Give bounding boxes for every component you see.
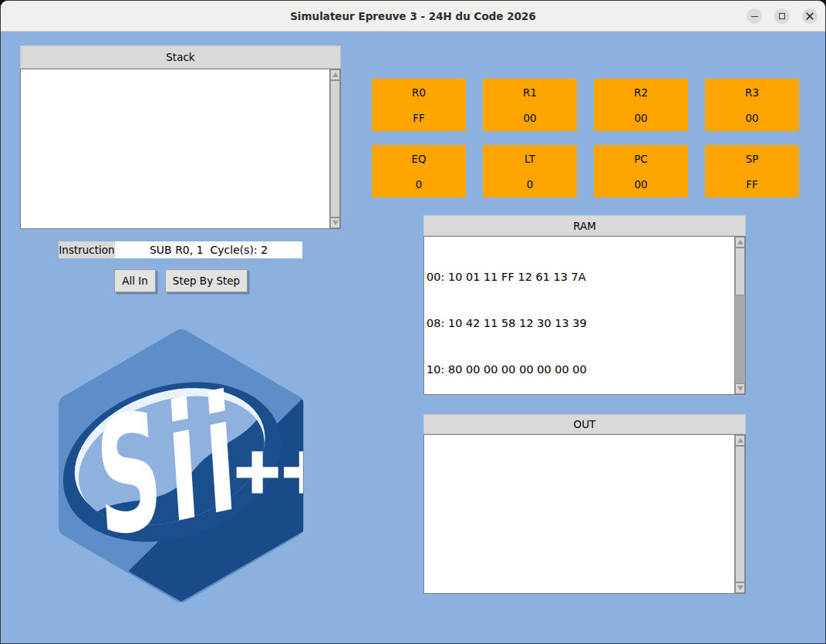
register-sp: SP FF bbox=[705, 145, 799, 197]
register-name: LT bbox=[524, 153, 535, 165]
titlebar: Simulateur Epreuve 3 - 24H du Code 2026 bbox=[1, 1, 825, 32]
arrow-up-icon bbox=[737, 438, 743, 443]
register-name: R0 bbox=[412, 86, 426, 99]
arrow-down-icon bbox=[332, 221, 339, 225]
close-button[interactable] bbox=[802, 8, 818, 24]
ram-list[interactable]: 00: 10 01 11 FF 12 61 13 7A 08: 10 42 11… bbox=[423, 236, 746, 395]
stack-panel-header: Stack bbox=[20, 46, 341, 69]
arrow-up-icon bbox=[332, 72, 339, 77]
ram-row[interactable]: 08: 10 42 11 58 12 30 13 39 bbox=[426, 315, 733, 331]
stack-scroll-thumb[interactable] bbox=[330, 80, 340, 217]
close-icon bbox=[806, 12, 814, 20]
stack-scroll-track[interactable] bbox=[330, 80, 340, 217]
maximize-button[interactable] bbox=[774, 8, 790, 24]
ram-scroll-up-button[interactable] bbox=[735, 237, 745, 248]
logo-plus-plus: ++ bbox=[232, 436, 306, 505]
stack-list[interactable] bbox=[20, 69, 341, 229]
register-r2: R2 00 bbox=[594, 79, 688, 131]
register-value: FF bbox=[413, 112, 425, 124]
ram-panel-header: RAM bbox=[423, 215, 746, 236]
stack-scroll-up-button[interactable] bbox=[330, 69, 340, 80]
register-value: FF bbox=[746, 178, 758, 191]
register-value: 0 bbox=[416, 178, 423, 191]
window-title: Simulateur Epreuve 3 - 24H du Code 2026 bbox=[290, 10, 536, 22]
ram-list-rows: 00: 10 01 11 FF 12 61 13 7A 08: 10 42 11… bbox=[426, 238, 733, 395]
minimize-button[interactable] bbox=[747, 8, 762, 24]
register-name: PC bbox=[634, 153, 648, 165]
all-in-button[interactable]: All In bbox=[114, 269, 156, 292]
register-lt: LT 0 bbox=[483, 145, 577, 197]
minimize-icon bbox=[751, 16, 758, 17]
arrow-down-icon bbox=[737, 585, 743, 590]
ram-row[interactable]: 10: 80 00 00 00 00 00 00 00 bbox=[426, 362, 733, 377]
stack-scroll-down-button[interactable] bbox=[330, 217, 340, 228]
instruction-label: Instruction bbox=[59, 241, 115, 258]
maximize-icon bbox=[779, 13, 785, 19]
window-controls bbox=[747, 1, 818, 32]
register-name: EQ bbox=[411, 153, 426, 165]
register-value: 0 bbox=[527, 178, 534, 191]
app-window: Simulateur Epreuve 3 - 24H du Code 2026 … bbox=[0, 0, 826, 644]
register-name: SP bbox=[746, 153, 759, 165]
ram-row[interactable]: 00: 10 01 11 FF 12 61 13 7A bbox=[426, 269, 733, 285]
out-scrollbar[interactable] bbox=[734, 435, 745, 593]
ram-scrollbar[interactable] bbox=[734, 237, 745, 394]
out-scroll-up-button[interactable] bbox=[735, 435, 745, 446]
out-panel-header: OUT bbox=[423, 414, 746, 434]
arrow-up-icon bbox=[737, 240, 743, 244]
instruction-field[interactable] bbox=[115, 241, 302, 258]
register-value: 00 bbox=[523, 112, 536, 124]
register-pc: PC 00 bbox=[594, 145, 688, 197]
register-value: 00 bbox=[634, 178, 647, 191]
register-name: R1 bbox=[523, 86, 537, 99]
register-name: R3 bbox=[745, 86, 759, 99]
step-by-step-button[interactable]: Step By Step bbox=[165, 269, 248, 292]
register-value: 00 bbox=[745, 112, 758, 124]
out-scroll-thumb[interactable] bbox=[735, 446, 745, 582]
ram-scroll-thumb[interactable] bbox=[735, 248, 745, 295]
arrow-down-icon bbox=[737, 386, 743, 391]
register-eq: EQ 0 bbox=[372, 145, 466, 197]
register-name: R2 bbox=[634, 86, 648, 99]
ram-scroll-track[interactable] bbox=[735, 248, 745, 383]
out-scroll-track[interactable] bbox=[735, 446, 745, 582]
register-r3: R3 00 bbox=[705, 79, 799, 131]
out-list[interactable] bbox=[423, 434, 746, 594]
register-value: 00 bbox=[634, 112, 647, 124]
stack-scrollbar[interactable] bbox=[329, 69, 340, 228]
sii-plus-plus-logo: Sii ++ bbox=[56, 327, 306, 605]
out-scroll-down-button[interactable] bbox=[735, 582, 745, 593]
register-r1: R1 00 bbox=[483, 79, 577, 131]
register-r0: R0 FF bbox=[372, 79, 466, 131]
sii-logo-graphic: Sii ++ bbox=[56, 327, 306, 605]
ram-scroll-down-button[interactable] bbox=[735, 383, 745, 394]
